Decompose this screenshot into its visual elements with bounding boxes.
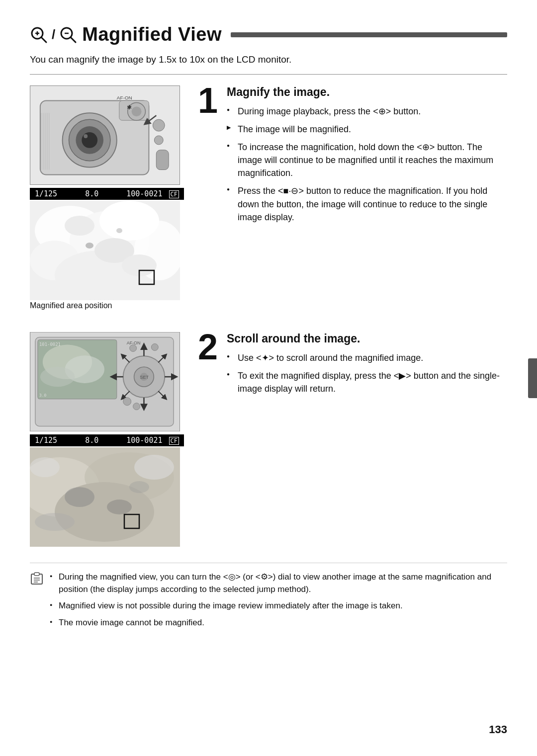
step1-bullet-1: During image playback, press the <⊕> but…: [227, 105, 507, 118]
step2-controls-image: AF-ON ✱: [30, 332, 180, 431]
svg-rect-21: [156, 150, 169, 170]
step1-lcd-image: [30, 201, 180, 300]
step1-images: AF-ON ✱: [30, 85, 184, 318]
step1-camera-image: AF-ON ✱: [30, 85, 180, 185]
step1-bullet-3: To increase the magnification, hold down…: [227, 141, 507, 179]
svg-rect-71: [34, 573, 39, 576]
step2-title: Scroll around the image.: [227, 332, 507, 345]
svg-point-67: [134, 455, 174, 480]
step1-text: 1 Magnify the image. During image playba…: [198, 85, 507, 318]
step2-shutter-speed: 1/125: [35, 436, 57, 445]
svg-line-3: [41, 37, 46, 42]
camera-illustration: AF-ON ✱: [30, 85, 179, 185]
controls-illustration: AF-ON ✱: [30, 332, 179, 431]
svg-point-66: [35, 513, 75, 531]
step1-number: 1: [198, 85, 223, 116]
svg-point-50: [130, 344, 137, 351]
subtitle-text: You can magnify the image by 1.5x to 10x…: [30, 54, 507, 65]
svg-point-19: [153, 119, 165, 131]
step2-text: 2 Scroll around the image. Use <✦> to sc…: [198, 332, 507, 547]
svg-point-53: [123, 398, 131, 406]
svg-text:101-0021: 101-0021: [39, 342, 61, 347]
svg-point-34: [65, 216, 94, 236]
svg-point-68: [30, 457, 60, 477]
step2-file-number: 100-0021 CF: [126, 436, 179, 445]
lcd-magnified-illustration: [30, 447, 180, 547]
note-item-2: Magnified view is not possible during th…: [50, 600, 507, 612]
magnify-plus-icon: [30, 26, 48, 44]
step1-bullet-4: Press the <■·⊖> button to reduce the mag…: [227, 184, 507, 223]
step2-bullet-2: To exit the magnified display, press the…: [227, 369, 507, 395]
page-header: / Magnified View: [30, 24, 507, 45]
clipboard-icon: [30, 572, 44, 586]
svg-point-38: [116, 228, 122, 233]
svg-text:✱: ✱: [127, 104, 132, 111]
notes-row: During the magnified view, you can turn …: [30, 571, 507, 634]
magnified-area-label: Magnified area position: [30, 301, 184, 310]
title-bar: [231, 32, 507, 37]
divider: [30, 74, 507, 75]
svg-text:3.0: 3.0: [39, 393, 47, 398]
svg-point-13: [84, 134, 88, 138]
lcd-flower-illustration: [30, 201, 180, 300]
step2-aperture: 8.0: [85, 436, 98, 445]
svg-text:AF-ON: AF-ON: [117, 95, 132, 100]
note-item-3: The movie image cannot be magnified.: [50, 617, 507, 629]
note-icon: [30, 572, 44, 588]
page-number: 133: [489, 723, 507, 736]
step2-number: 2: [198, 332, 223, 362]
shutter-speed: 1/125: [35, 189, 57, 198]
magnify-minus-icon: [59, 26, 77, 44]
svg-point-37: [86, 243, 93, 249]
svg-text:SET: SET: [140, 375, 149, 380]
svg-line-6: [71, 37, 76, 42]
step1-bullet-2: The image will be magnified.: [227, 123, 507, 136]
svg-point-52: [151, 344, 158, 351]
page-title: Magnified View: [82, 24, 222, 45]
step2-bullet-1: Use <✦> to scroll around the magnified i…: [227, 351, 507, 364]
svg-point-54: [133, 403, 140, 410]
notes-list: During the magnified view, you can turn …: [50, 571, 507, 634]
magnify-icons: /: [30, 26, 77, 44]
file-number: 100-0021 CF: [126, 189, 179, 198]
step2-images: AF-ON ✱: [30, 332, 184, 547]
svg-point-12: [82, 132, 97, 148]
svg-point-20: [154, 136, 163, 145]
svg-point-65: [129, 481, 149, 493]
note-item-1: During the magnified view, you can turn …: [50, 571, 507, 595]
sidebar-tab[interactable]: [528, 358, 537, 398]
step2-bullet-list: Use <✦> to scroll around the magnified i…: [227, 351, 507, 395]
svg-point-45: [40, 367, 75, 387]
step1-bullet-list: During image playback, press the <⊕> but…: [227, 105, 507, 224]
notes-section: During the magnified view, you can turn …: [30, 563, 507, 634]
step2-lcd-image: [30, 447, 180, 547]
svg-point-16: [132, 106, 142, 116]
step1-title: Magnify the image.: [227, 85, 507, 99]
svg-point-64: [107, 500, 132, 514]
step2-lcd-info-bar: 1/125 8.0 100-0021 CF: [30, 434, 184, 446]
aperture: 8.0: [85, 189, 98, 198]
svg-point-63: [65, 487, 94, 507]
step1-lcd-info-bar: 1/125 8.0 100-0021 CF: [30, 188, 184, 200]
